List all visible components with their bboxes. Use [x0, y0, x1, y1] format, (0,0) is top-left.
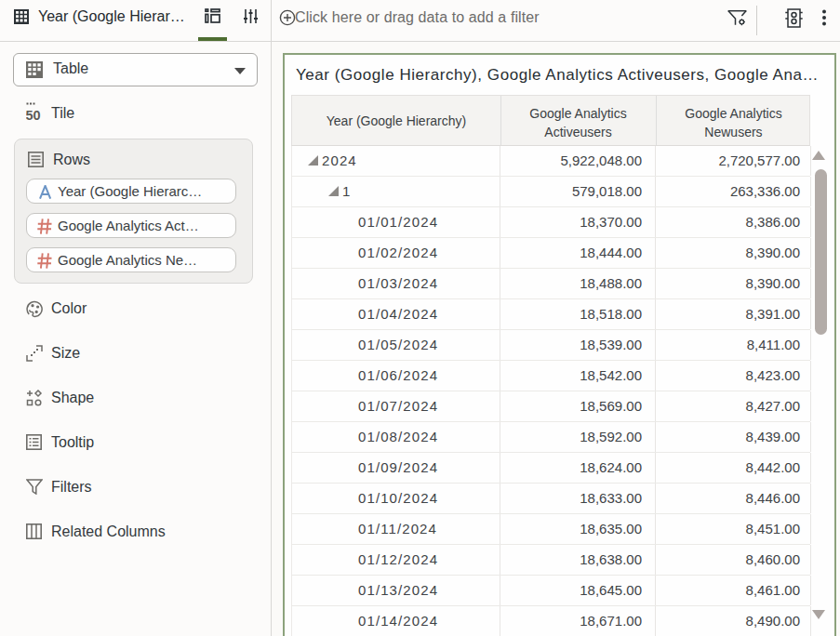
svg-text:50: 50 — [26, 108, 41, 123]
